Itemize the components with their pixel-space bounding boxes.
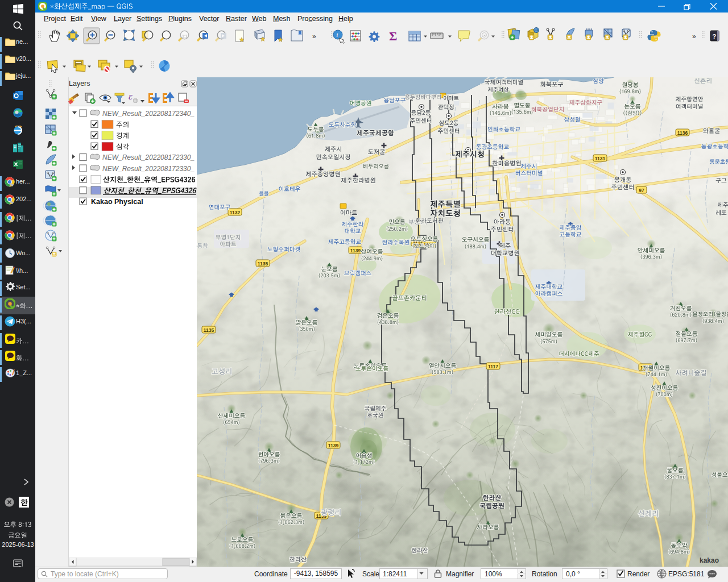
- svg-text:ε: ε: [129, 91, 133, 102]
- svg-text:i: i: [336, 31, 338, 38]
- svg-text:NEW_Result_202208172330_: NEW_Result_202208172330_: [102, 165, 195, 173]
- svg-text:Σ: Σ: [389, 29, 397, 43]
- svg-text:»: »: [692, 32, 696, 40]
- svg-text:NEW_Result_202208172330_: NEW_Result_202208172330_: [102, 153, 195, 161]
- svg-text:»: »: [312, 32, 316, 40]
- svg-text:1:1: 1:1: [182, 34, 188, 38]
- svg-text:NEW_Result_202208172340_: NEW_Result_202208172340_: [102, 110, 195, 118]
- svg-text:kakao: kakao: [700, 556, 719, 564]
- svg-text:Kakao Physical: Kakao Physical: [91, 198, 143, 206]
- svg-text:?: ?: [713, 33, 717, 40]
